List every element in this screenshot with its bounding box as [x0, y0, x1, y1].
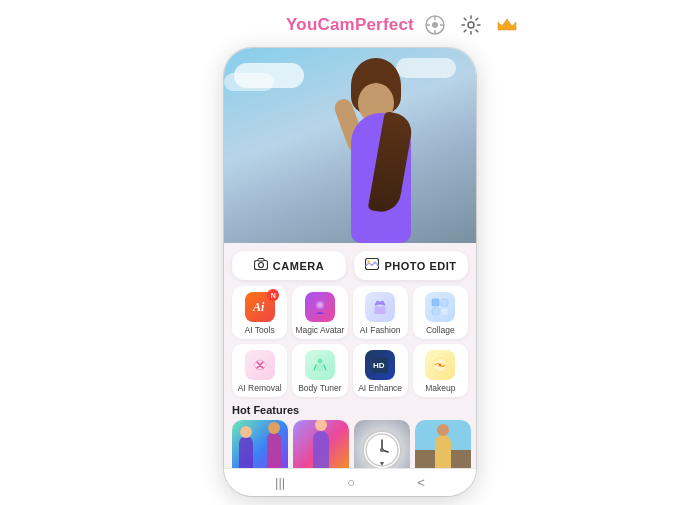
svg-rect-18: [441, 308, 448, 315]
svg-point-11: [368, 260, 370, 262]
makeup-label: Makeup: [425, 383, 455, 393]
svg-point-6: [468, 22, 474, 28]
phone-frame: CAMERA PHOTO EDIT: [224, 48, 476, 496]
photo-edit-label: PHOTO EDIT: [384, 260, 456, 272]
clock-face: [362, 430, 402, 468]
svg-rect-15: [432, 299, 439, 306]
crown-icon[interactable]: [494, 12, 520, 38]
svg-point-25: [439, 364, 442, 367]
collage-label: Collage: [426, 325, 455, 335]
feature-ai-fashion[interactable]: AI Fashion: [353, 286, 408, 339]
logo-suffix: Perfect: [355, 15, 414, 34]
woman-figure: [336, 58, 436, 243]
features-row-1: Ai N AI Tools Magic Avatar: [224, 286, 476, 344]
camera-button[interactable]: CAMERA: [232, 251, 346, 280]
top-bar: YouCamPerfect: [0, 10, 700, 40]
makeup-icon: [425, 350, 455, 380]
camera-icon: [254, 258, 268, 273]
app-frame: YouCamPerfect: [0, 0, 700, 505]
photo-edit-button[interactable]: PHOTO EDIT: [354, 251, 468, 280]
svg-text:HD: HD: [373, 361, 385, 370]
feature-ai-enhance[interactable]: HD AI Enhance: [353, 344, 408, 397]
svg-line-21: [324, 365, 326, 370]
feature-body-tuner[interactable]: Body Tuner: [292, 344, 347, 397]
feature-ai-removal[interactable]: AI Removal: [232, 344, 287, 397]
nav-home-icon[interactable]: ○: [347, 475, 355, 490]
feature-collage[interactable]: Collage: [413, 286, 468, 339]
feature-magic-avatar[interactable]: Magic Avatar: [292, 286, 347, 339]
svg-rect-17: [432, 308, 439, 315]
hot-feature-item-4[interactable]: [415, 420, 471, 468]
svg-point-29: [380, 448, 384, 452]
magic-avatar-icon: [305, 292, 335, 322]
ai-fashion-label: AI Fashion: [360, 325, 401, 335]
camera-label: CAMERA: [273, 260, 324, 272]
app-logo: YouCamPerfect: [286, 15, 414, 35]
ai-tools-label: AI Tools: [245, 325, 275, 335]
hero-image: [224, 48, 476, 243]
action-buttons-row: CAMERA PHOTO EDIT: [224, 243, 476, 286]
content-area: CAMERA PHOTO EDIT: [224, 243, 476, 468]
svg-rect-16: [441, 299, 448, 306]
ai-enhance-label: AI Enhance: [358, 383, 402, 393]
ai-fashion-icon: [365, 292, 395, 322]
hot-features-title: Hot Features: [224, 402, 476, 420]
ai-enhance-icon: HD: [365, 350, 395, 380]
body-tuner-icon: [305, 350, 335, 380]
hot-feature-item-3[interactable]: [354, 420, 410, 468]
new-badge: N: [267, 289, 279, 301]
nav-bar: ||| ○ <: [224, 468, 476, 496]
cloud-2: [224, 73, 274, 91]
svg-point-14: [318, 303, 322, 307]
gear-icon[interactable]: [458, 12, 484, 38]
logo-prefix: YouCam: [286, 15, 355, 34]
svg-point-19: [317, 359, 322, 364]
ai-removal-icon: [245, 350, 275, 380]
hot-feature-item-1[interactable]: [232, 420, 288, 468]
svg-line-20: [314, 365, 316, 370]
sparkle-icon[interactable]: [422, 12, 448, 38]
feature-makeup[interactable]: Makeup: [413, 344, 468, 397]
feature-ai-tools[interactable]: Ai N AI Tools: [232, 286, 287, 339]
features-row-2: AI Removal Body Tuner: [224, 344, 476, 402]
body-tuner-label: Body Tuner: [298, 383, 341, 393]
hot-feature-item-2[interactable]: [293, 420, 349, 468]
svg-point-1: [432, 22, 438, 28]
nav-back-icon[interactable]: <: [417, 475, 425, 490]
svg-text:Ai: Ai: [252, 300, 265, 314]
photo-edit-icon: [365, 258, 379, 273]
top-icons-group: [422, 12, 520, 38]
nav-menu-icon[interactable]: |||: [275, 475, 285, 490]
svg-rect-9: [258, 259, 264, 262]
magic-avatar-label: Magic Avatar: [295, 325, 344, 335]
svg-rect-7: [254, 261, 267, 270]
ai-removal-label: AI Removal: [238, 383, 282, 393]
hot-features-scroll: [224, 420, 476, 468]
collage-icon: [425, 292, 455, 322]
